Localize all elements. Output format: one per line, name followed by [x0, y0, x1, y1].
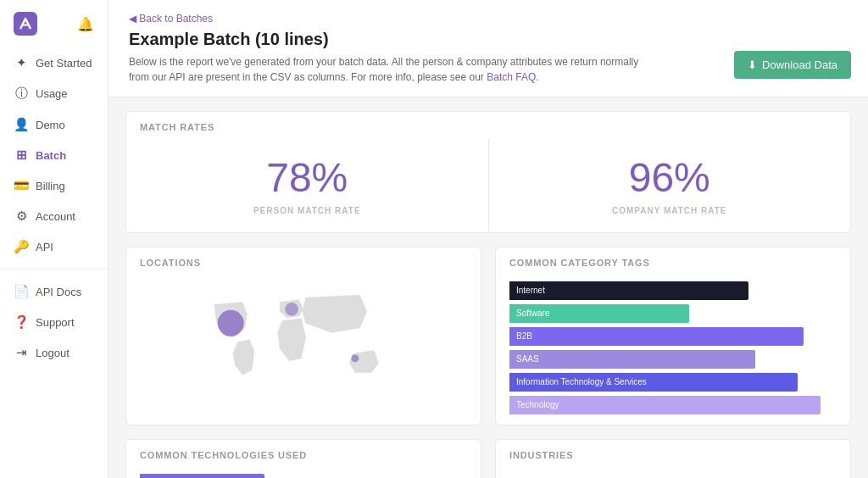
sidebar-item-batch[interactable]: ⊞ Batch	[0, 140, 108, 170]
main-content: ◀ Back to Batches Example Batch (10 line…	[108, 0, 868, 478]
bar-label: Software	[509, 306, 560, 320]
category-bar-row: Internet	[509, 281, 837, 300]
person-match-rate: 78% PERSON MATCH RATE	[126, 139, 488, 232]
sidebar-item-api-docs[interactable]: 📄 API Docs	[0, 276, 108, 307]
support-icon: ❓	[14, 314, 29, 330]
notification-bell-icon[interactable]: 🔔	[77, 16, 94, 32]
industries-pie-area: Hotels, Restaurants & Leisure Internet S…	[496, 467, 850, 478]
match-rates-card: MATCH RATES 78% PERSON MATCH RATE 96% CO…	[125, 111, 851, 233]
back-link[interactable]: ◀ Back to Batches	[129, 13, 213, 25]
api-icon: 🔑	[14, 239, 29, 254]
bar-label: Technology	[509, 397, 566, 412]
svg-point-3	[285, 303, 298, 316]
sidebar-item-label: Logout	[36, 347, 70, 359]
sidebar-item-label: Batch	[36, 149, 66, 162]
sidebar-item-account[interactable]: ⚙ Account	[0, 201, 108, 231]
sidebar-item-support[interactable]: ❓ Support	[0, 307, 108, 337]
sidebar-item-api[interactable]: 🔑 API	[0, 231, 108, 262]
sidebar-item-label: Billing	[36, 180, 65, 192]
industries-header: INDUSTRIES	[496, 440, 850, 467]
bar-label: Internet	[509, 283, 560, 297]
sidebar-item-label: Usage	[36, 87, 68, 100]
app-logo	[14, 12, 37, 36]
batch-icon: ⊞	[14, 147, 29, 163]
download-icon: ⬇	[748, 58, 757, 71]
nav-divider	[0, 269, 108, 270]
category-bar-row: B2B	[509, 327, 837, 346]
sidebar-item-billing[interactable]: 💳 Billing	[0, 170, 108, 201]
company-match-value: 96%	[489, 156, 851, 201]
sidebar-item-label: API	[36, 241, 53, 253]
locations-card: LOCATIONS	[125, 247, 481, 425]
company-match-label: COMPANY MATCH RATE	[489, 206, 851, 215]
sidebar-item-label: Support	[36, 316, 75, 329]
category-tags-card: COMMON CATEGORY TAGS Internet Software B…	[495, 247, 851, 425]
sidebar-item-usage[interactable]: ⓘ Usage	[0, 78, 108, 109]
api-docs-icon: 📄	[14, 284, 29, 299]
logout-icon: ⇥	[14, 345, 29, 360]
category-bar-row: Software	[509, 304, 837, 323]
locations-header: LOCATIONS	[126, 247, 481, 275]
sidebar-item-logout[interactable]: ⇥ Logout	[0, 337, 108, 368]
download-data-button[interactable]: ⬇ Download Data	[734, 51, 851, 79]
svg-rect-0	[14, 12, 37, 36]
sidebar-logo: 🔔	[0, 0, 108, 47]
match-rates-row: 78% PERSON MATCH RATE 96% COMPANY MATCH …	[126, 139, 850, 232]
billing-icon: 💳	[14, 178, 29, 193]
sidebar: 🔔 ✦ Get Started ⓘ Usage 👤 Demo ⊞ Batch 💳…	[0, 0, 108, 478]
person-match-label: PERSON MATCH RATE	[126, 206, 488, 215]
bar-label: SAAS	[509, 352, 560, 366]
demo-icon: 👤	[14, 117, 29, 132]
sidebar-item-label: Demo	[36, 119, 65, 131]
get-started-icon: ✦	[14, 55, 29, 70]
usage-icon: ⓘ	[14, 86, 29, 102]
locations-tags-row: LOCATIONS	[125, 247, 851, 425]
svg-point-4	[351, 355, 359, 363]
bar-label: B2B	[509, 329, 560, 343]
sidebar-item-get-started[interactable]: ✦ Get Started	[0, 47, 108, 78]
sidebar-item-label: Account	[36, 210, 75, 223]
content-area: MATCH RATES 78% PERSON MATCH RATE 96% CO…	[108, 97, 868, 478]
main-navigation: ✦ Get Started ⓘ Usage 👤 Demo ⊞ Batch 💳 B…	[0, 47, 108, 262]
batch-faq-link[interactable]: Batch FAQ	[487, 71, 536, 83]
industries-card: INDUSTRIES Hotels, Restau	[495, 439, 851, 478]
svg-point-2	[218, 310, 244, 336]
category-bar-row: SAAS	[509, 350, 837, 369]
sidebar-item-label: Get Started	[36, 57, 92, 69]
map-container	[126, 275, 481, 410]
technologies-header: COMMON TECHNOLOGIES USED	[126, 440, 481, 467]
technologies-chart: Facebook Ads Nginx Aws Ec2 Google Apps G…	[126, 467, 481, 478]
company-match-rate: 96% COMPANY MATCH RATE	[489, 139, 851, 232]
category-bar-row: Information Technology & Services	[509, 373, 837, 392]
category-tags-chart: Internet Software B2B SAAS Information T…	[496, 275, 850, 425]
bottom-navigation: 📄 API Docs ❓ Support ⇥ Logout	[0, 276, 108, 368]
sidebar-item-demo[interactable]: 👤 Demo	[0, 109, 108, 140]
tech-industries-row: COMMON TECHNOLOGIES USED Facebook Ads Ng…	[125, 439, 851, 478]
page-title: Example Batch (10 lines)	[129, 30, 848, 49]
match-rates-header: MATCH RATES	[126, 112, 850, 139]
bar-label: Information Technology & Services	[509, 375, 654, 389]
account-icon: ⚙	[14, 208, 29, 224]
top-bar: ◀ Back to Batches Example Batch (10 line…	[108, 0, 868, 97]
world-map	[142, 276, 465, 408]
tech-bar-row: Facebook Ads	[140, 474, 467, 478]
category-tags-header: COMMON CATEGORY TAGS	[496, 247, 850, 275]
category-bar-row: Technology	[509, 396, 837, 414]
technologies-card: COMMON TECHNOLOGIES USED Facebook Ads Ng…	[125, 439, 481, 478]
person-match-value: 78%	[126, 156, 488, 201]
sidebar-item-label: API Docs	[36, 286, 81, 298]
page-description: Below is the report we've generated from…	[129, 54, 654, 97]
